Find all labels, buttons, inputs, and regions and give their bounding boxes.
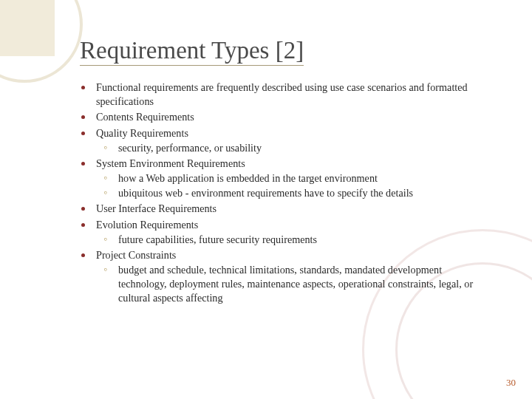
sub-bullet-item: how a Web application is embedded in the… [96,171,479,185]
bullet-item: User Interface Requirements [80,202,479,216]
sub-bullet-text: security, performance, or usability [118,142,262,154]
slide-title-text: Requirement Types [2] [80,37,304,66]
bullet-item: Functional requirements are frequently d… [80,81,479,109]
sub-bullet-text: budget and schedule, technical limitatio… [118,264,473,304]
sub-bullet-list: budget and schedule, technical limitatio… [96,263,479,306]
bullet-item: Quality Requirements security, performan… [80,126,479,155]
bullet-text: Functional requirements are frequently d… [96,81,468,107]
sub-bullet-text: ubiquitous web - environment requirement… [118,187,413,199]
bullet-item: Evolution Requirements future capabiliti… [80,218,479,247]
sub-bullet-list: security, performance, or usability [96,141,479,155]
sub-bullet-item: budget and schedule, technical limitatio… [96,263,479,306]
bullet-item: Project Constraints budget and schedule,… [80,248,479,306]
sub-bullet-list: future capabilities, future security req… [96,233,479,247]
slide-title: Requirement Types [2] [80,37,479,64]
bullet-text: System Environment Requirements [96,157,245,169]
content-area: Requirement Types [2] Functional require… [0,0,532,306]
sub-bullet-item: security, performance, or usability [96,141,479,155]
bullet-text: Quality Requirements [96,127,188,139]
bullet-text: User Interface Requirements [96,202,216,214]
bullet-text: Evolution Requirements [96,219,198,231]
bullet-text: Contents Requirements [96,111,194,123]
bullet-list: Functional requirements are frequently d… [80,81,479,306]
sub-bullet-text: how a Web application is embedded in the… [118,172,378,184]
sub-bullet-text: future capabilities, future security req… [118,233,317,245]
bullet-item: System Environment Requirements how a We… [80,157,479,201]
page-number: 30 [506,377,516,389]
sub-bullet-item: ubiquitous web - environment requirement… [96,186,479,200]
sub-bullet-list: how a Web application is embedded in the… [96,171,479,200]
bullet-text: Project Constraints [96,249,176,261]
slide: Requirement Types [2] Functional require… [0,0,532,399]
sub-bullet-item: future capabilities, future security req… [96,233,479,247]
bullet-item: Contents Requirements [80,110,479,124]
